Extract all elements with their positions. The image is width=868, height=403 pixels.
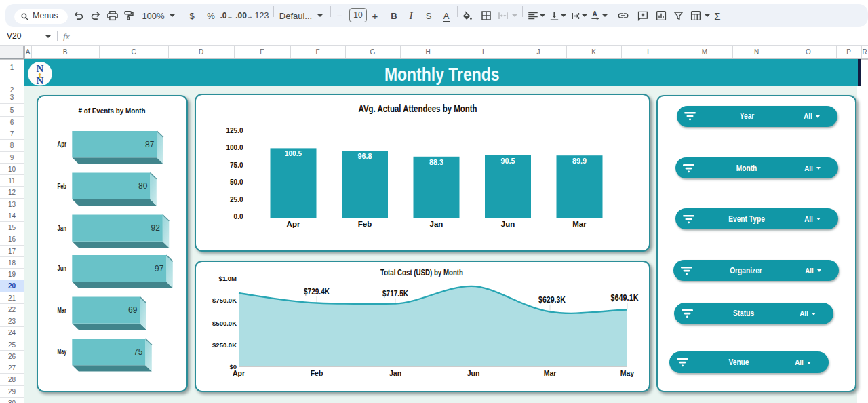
svg-text:Feb: Feb — [358, 220, 372, 228]
svg-text:$649.1K: $649.1K — [611, 293, 639, 303]
svg-text:Mar: Mar — [544, 369, 557, 377]
svg-text:75.0: 75.0 — [230, 161, 243, 169]
svg-text:Feb: Feb — [311, 369, 323, 377]
svg-text:Jun: Jun — [501, 220, 515, 228]
svg-text:Apr: Apr — [58, 140, 67, 148]
svg-text:Jun: Jun — [467, 369, 480, 377]
svg-text:$500.0K: $500.0K — [212, 320, 237, 327]
svg-text:Jun: Jun — [58, 265, 67, 272]
svg-text:May: May — [620, 369, 635, 377]
svg-text:Mar: Mar — [58, 307, 67, 314]
svg-text:$750.0K: $750.0K — [212, 296, 237, 304]
svg-text:Apr: Apr — [233, 369, 245, 377]
svg-text:125.0: 125.0 — [226, 127, 243, 134]
svg-text:96.8: 96.8 — [358, 152, 372, 160]
svg-text:80: 80 — [138, 180, 147, 191]
svg-text:88.3: 88.3 — [429, 158, 443, 166]
svg-text:25.0: 25.0 — [230, 196, 243, 204]
svg-text:# of Events by Month: # of Events by Month — [79, 107, 146, 115]
svg-text:0.0: 0.0 — [234, 213, 243, 220]
svg-text:97: 97 — [155, 263, 163, 273]
svg-text:89.9: 89.9 — [572, 157, 587, 165]
svg-text:$629.3K: $629.3K — [538, 295, 566, 305]
svg-text:Jan: Jan — [58, 225, 67, 232]
svg-text:$717.5K: $717.5K — [382, 289, 408, 299]
svg-text:50.0: 50.0 — [230, 178, 243, 186]
svg-text:A: A — [593, 10, 598, 18]
svg-text:$250.0K: $250.0K — [212, 341, 237, 349]
svg-text:92: 92 — [151, 223, 160, 233]
svg-text:Jan: Jan — [430, 220, 443, 228]
svg-text:69: 69 — [128, 305, 137, 315]
svg-text:100.5: 100.5 — [285, 149, 302, 157]
svg-text:100.0: 100.0 — [226, 144, 243, 151]
svg-text:May: May — [58, 348, 67, 356]
svg-text:Feb: Feb — [58, 183, 67, 190]
svg-text:Mar: Mar — [572, 220, 587, 228]
svg-text:Apr: Apr — [287, 220, 300, 228]
svg-text:90.5: 90.5 — [501, 157, 515, 165]
svg-text:$729.4K: $729.4K — [304, 287, 330, 296]
svg-text:$1.0M: $1.0M — [219, 275, 237, 282]
svg-text:Jan: Jan — [389, 369, 401, 377]
svg-text:AVg. Actual Attendees by Month: AVg. Actual Attendees by Month — [359, 103, 477, 114]
svg-text:75: 75 — [134, 347, 142, 357]
svg-text:N: N — [37, 75, 44, 86]
svg-text:87: 87 — [145, 139, 154, 149]
svg-text:Total Cost (USD) by Month: Total Cost (USD) by Month — [380, 268, 463, 277]
